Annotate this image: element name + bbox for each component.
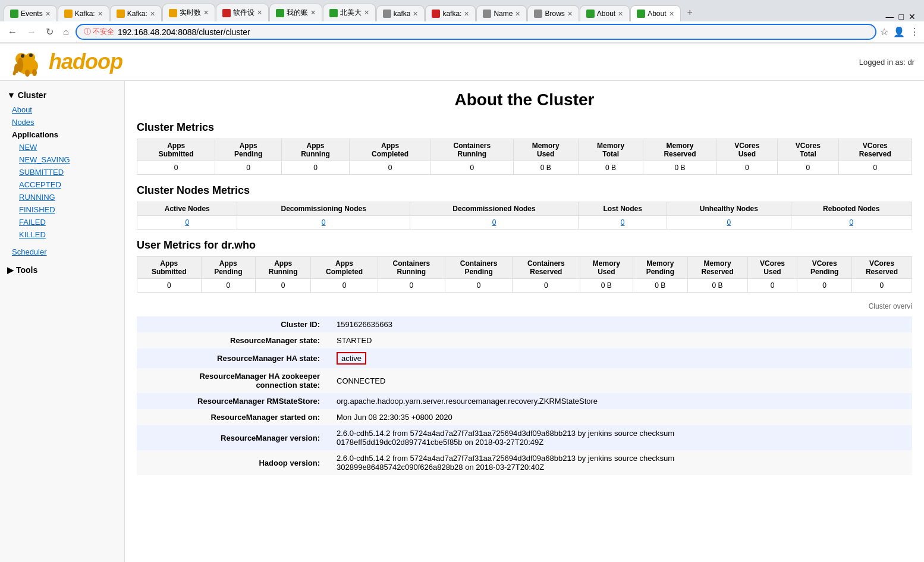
sidebar-cluster-header[interactable]: ▼ Cluster [0,87,124,103]
tab-close-kafka4[interactable]: ✕ [464,10,469,18]
address-bar[interactable]: ⓘ 不安全 [76,24,876,40]
col-vcores-total: VCoresTotal [778,139,838,161]
sidebar-cluster-section: ▼ Cluster About Nodes Applications NEW N… [0,87,124,258]
val-rebooted-nodes[interactable]: 0 [791,216,912,230]
forward-button[interactable]: → [24,25,39,39]
menu-icon[interactable]: ⋮ [910,26,919,37]
sidebar-new-saving-link[interactable]: NEW_SAVING [0,153,124,166]
sidebar-cluster-label: Cluster [18,90,46,100]
back-button[interactable]: ← [5,25,20,39]
sidebar-about-link[interactable]: About [0,103,124,116]
sidebar-tools-header[interactable]: ▶ Tools [0,262,124,278]
val-apps-running: 0 [282,161,350,175]
sidebar-running-link[interactable]: RUNNING [0,191,124,203]
val-apps-completed: 0 [350,161,431,175]
tab-title-kafka4: kafka: [442,10,461,18]
maximize-button[interactable]: □ [899,12,904,21]
val-apps-submitted: 0 [137,161,215,175]
tab-close-software[interactable]: ✕ [257,9,262,17]
info-label-rm-ha-zk: ResourceManager HA zookeeperconnection s… [137,368,327,393]
tab-about2[interactable]: About ✕ [630,5,680,21]
val-u-apps-running: 0 [256,279,311,293]
sidebar-accepted-link[interactable]: ACCEPTED [0,178,124,191]
tab-close-realtime[interactable]: ✕ [203,9,209,17]
bookmark-icon[interactable]: ☆ [880,26,888,37]
reload-button[interactable]: ↻ [43,24,56,39]
val-decommissioning-nodes[interactable]: 0 [237,216,410,230]
tab-close-browse[interactable]: ✕ [567,10,573,18]
sidebar-scheduler-link[interactable]: Scheduler [0,246,124,258]
tab-kafka3[interactable]: kafka ✕ [376,5,425,21]
val-memory-reserved: 0 B [643,161,716,175]
home-button[interactable]: ⌂ [60,25,72,39]
col-containers-running: ContainersRunning [431,139,513,161]
col-u-apps-running: AppsRunning [256,257,311,279]
tab-events[interactable]: Events ✕ [4,5,57,21]
tab-title-kafka1: Kafka: [75,10,95,18]
sidebar-nodes-link[interactable]: Nodes [0,116,124,128]
sidebar-killed-link[interactable]: KILLED [0,228,124,241]
tab-close-about2[interactable]: ✕ [669,10,674,18]
cluster-arrow-icon: ▼ [7,90,15,100]
tab-software[interactable]: 软件设 ✕ [216,4,269,21]
close-button[interactable]: ✕ [909,12,916,21]
info-value-rm-store: org.apache.hadoop.yarn.server.resourcema… [327,393,912,409]
svg-point-5 [29,54,33,57]
tab-close-events[interactable]: ✕ [45,10,51,18]
val-containers-running: 0 [431,161,513,175]
sidebar-new-link[interactable]: NEW [0,141,124,153]
tab-close-kafka2[interactable]: ✕ [150,10,155,18]
info-label-cluster-id: Cluster ID: [137,316,327,332]
tab-close-northam[interactable]: ✕ [364,9,369,17]
tab-close-myaccount[interactable]: ✕ [310,9,316,17]
val-u-apps-submitted: 0 [137,279,202,293]
val-u-memory-pending: 0 B [633,279,687,293]
account-icon[interactable]: 👤 [893,26,905,37]
tab-realtime[interactable]: 实时数 ✕ [162,4,215,21]
tab-name[interactable]: Name ✕ [476,5,527,21]
tab-close-kafka3[interactable]: ✕ [413,10,418,18]
tab-kafka2[interactable]: Kafka: ✕ [110,5,162,21]
val-vcores-used: 0 [716,161,777,175]
info-row-cluster-id: Cluster ID: 1591626635663 [137,316,912,332]
tab-title-myaccount: 我的账 [287,8,308,18]
minimize-button[interactable]: — [886,12,894,21]
cluster-nodes-table: Active Nodes Decommissioning Nodes Decom… [137,202,912,230]
new-tab-button[interactable]: + [681,4,699,21]
val-active-nodes[interactable]: 0 [137,216,237,230]
tab-kafka1[interactable]: Kafka: ✕ [58,5,109,21]
sidebar-finished-link[interactable]: FINISHED [0,203,124,216]
tab-about1[interactable]: About ✕ [580,5,630,21]
tab-close-kafka1[interactable]: ✕ [98,10,103,18]
val-vcores-total: 0 [778,161,838,175]
tab-close-about1[interactable]: ✕ [618,10,623,18]
col-unhealthy-nodes: Unhealthy Nodes [667,202,791,216]
sidebar-tools-section: ▶ Tools [0,262,124,278]
sidebar-submitted-link[interactable]: SUBMITTED [0,166,124,178]
tab-myaccount[interactable]: 我的账 ✕ [269,4,322,21]
val-u-apps-pending: 0 [201,279,255,293]
col-u-vcores-used: VCoresUsed [747,257,797,279]
tab-title-browse: Brows [545,10,564,18]
col-u-apps-submitted: AppsSubmitted [137,257,202,279]
col-vcores-used: VCoresUsed [716,139,777,161]
val-decommissioned-nodes[interactable]: 0 [410,216,578,230]
url-input[interactable] [118,27,868,37]
tab-northam[interactable]: 北美大 ✕ [323,4,376,21]
logo-bar: hadoop Logged in as: dr [0,43,924,81]
tab-favicon-kafka1 [64,10,73,18]
tab-favicon-myaccount [276,9,284,17]
info-label-rm-store: ResourceManager RMStateStore: [137,393,327,409]
tab-close-name[interactable]: ✕ [515,10,520,18]
ha-active-badge: active [337,352,366,365]
tab-kafka4[interactable]: kafka: ✕ [425,5,476,21]
tab-favicon-browse [534,10,542,18]
val-memory-total: 0 B [578,161,643,175]
col-vcores-reserved: VCoresReserved [838,139,912,161]
svg-point-4 [21,54,24,58]
tab-browse[interactable]: Brows ✕ [527,5,579,21]
info-row-rm-store: ResourceManager RMStateStore: org.apache… [137,393,912,409]
val-unhealthy-nodes[interactable]: 0 [667,216,791,230]
sidebar-failed-link[interactable]: FAILED [0,216,124,228]
val-lost-nodes[interactable]: 0 [579,216,667,230]
